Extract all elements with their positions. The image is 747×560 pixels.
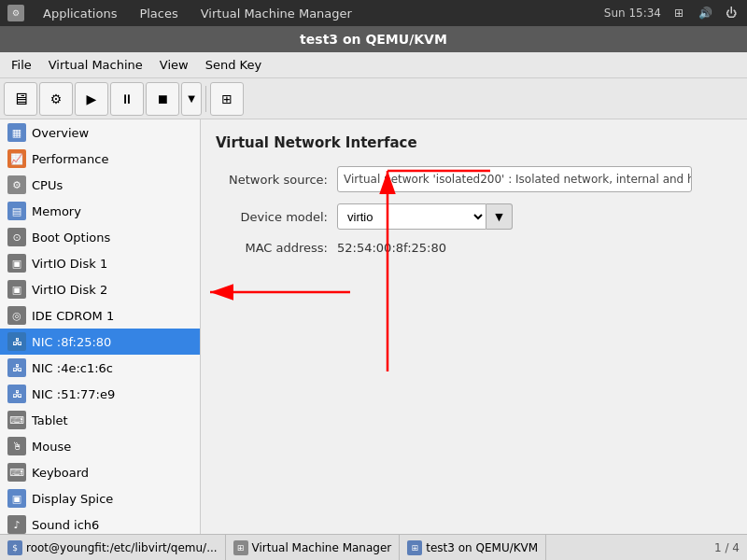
places-menu[interactable]: Places	[135, 5, 181, 22]
sidebar-label-nic4e: NIC :4e:c1:6c	[32, 361, 113, 375]
sidebar-label-tablet: Tablet	[32, 413, 68, 427]
memory-icon: ▤	[7, 202, 26, 220]
nic4e-icon: 🖧	[7, 358, 26, 377]
sidebar-label-boot: Boot Options	[32, 231, 110, 245]
device-model-select[interactable]: virtio	[337, 203, 486, 230]
status-bar: $ root@youngfit:/etc/libvirt/qemu/... ⊞ …	[0, 534, 747, 560]
mac-address-row: MAC address: 52:54:00:8f:25:80	[216, 241, 732, 255]
play-button[interactable]: ▶	[75, 82, 108, 116]
sidebar-item-ide-cdrom[interactable]: ◎ IDE CDROM 1	[0, 302, 200, 329]
sidebar-item-performance[interactable]: 📈 Performance	[0, 146, 200, 172]
sidebar-item-keyboard[interactable]: ⌨ Keyboard	[0, 459, 200, 485]
status-terminal[interactable]: $ root@youngfit:/etc/libvirt/qemu/...	[0, 535, 226, 560]
sidebar-label-keyboard: Keyboard	[32, 466, 89, 480]
sidebar-label-overview: Overview	[32, 126, 89, 140]
nic51-icon: 🖧	[7, 385, 26, 403]
device-model-label: Device model:	[216, 210, 337, 224]
device-model-input: virtio ▼	[337, 203, 732, 230]
volume-icon[interactable]: 🔊	[697, 5, 713, 21]
top-bar: ⚙ Applications Places Virtual Machine Ma…	[0, 0, 747, 26]
monitor-button[interactable]: 🖥	[4, 82, 37, 116]
device-model-row: Device model: virtio ▼	[216, 203, 732, 230]
sidebar-label-performance: Performance	[32, 152, 108, 166]
network-source-field: Virtual network 'isolated200' : Isolated…	[337, 166, 732, 192]
network-icon[interactable]: ⊞	[670, 5, 687, 21]
sidebar-item-virtio-disk-2[interactable]: ▣ VirtIO Disk 2	[0, 276, 200, 302]
nic8f-icon: 🖧	[7, 332, 26, 351]
cdrom-icon: ◎	[7, 306, 26, 325]
view-menu[interactable]: View	[152, 55, 196, 75]
status-vm[interactable]: ⊞ test3 on QEMU/KVM	[400, 535, 546, 560]
sidebar-item-nic-4e[interactable]: 🖧 NIC :4e:c1:6c	[0, 355, 200, 381]
boot-icon: ⊙	[7, 228, 26, 246]
vm-manager-menu[interactable]: Virtual Machine Manager	[197, 5, 356, 22]
sidebar-label-mouse: Mouse	[32, 440, 71, 454]
window-titlebar: test3 on QEMU/KVM	[0, 26, 747, 52]
send-key-menu[interactable]: Send Key	[198, 55, 269, 75]
mac-address-label: MAC address:	[216, 241, 337, 255]
settings-button[interactable]: ⚙	[39, 82, 73, 116]
keyboard-icon: ⌨	[7, 463, 26, 482]
cpu-icon: ⚙	[7, 175, 26, 194]
power-icon[interactable]: ⏻	[723, 5, 740, 21]
sidebar-label-display: Display Spice	[32, 492, 113, 506]
content-area: Virtual Network Interface Network source…	[201, 119, 747, 534]
sidebar-item-sound[interactable]: ♪ Sound ich6	[0, 511, 200, 534]
status-vmm[interactable]: ⊞ Virtual Machine Manager	[226, 535, 401, 560]
vmm-label: Virtual Machine Manager	[252, 541, 392, 554]
sidebar-label-nic51: NIC :51:77:e9	[32, 387, 115, 401]
sidebar-item-nic-51[interactable]: 🖧 NIC :51:77:e9	[0, 381, 200, 407]
main-area: ▦ Overview 📈 Performance ⚙ CPUs ▤ Memory…	[0, 119, 747, 534]
disk2-icon: ▣	[7, 280, 26, 299]
sidebar-item-tablet[interactable]: ⌨ Tablet	[0, 407, 200, 433]
tb-separator	[205, 86, 206, 112]
network-source-row: Network source: Virtual network 'isolate…	[216, 166, 732, 192]
dropdown-button[interactable]: ▼	[181, 82, 202, 116]
sidebar: ▦ Overview 📈 Performance ⚙ CPUs ▤ Memory…	[0, 119, 201, 534]
sidebar-item-nic-8f[interactable]: 🖧 NIC :8f:25:80	[0, 329, 200, 355]
device-model-dropdown[interactable]: ▼	[486, 203, 513, 230]
overview-icon: ▦	[7, 123, 26, 142]
window-title: test3 on QEMU/KVM	[300, 32, 447, 47]
sound-icon: ♪	[7, 515, 26, 534]
sidebar-item-cpus[interactable]: ⚙ CPUs	[0, 172, 200, 198]
sidebar-label-nic8f: NIC :8f:25:80	[32, 335, 111, 349]
disk1-icon: ▣	[7, 254, 26, 273]
sidebar-item-mouse[interactable]: 🖱 Mouse	[0, 433, 200, 459]
sidebar-item-display-spice[interactable]: ▣ Display Spice	[0, 485, 200, 511]
sidebar-label-cdrom: IDE CDROM 1	[32, 309, 114, 323]
sidebar-item-overview[interactable]: ▦ Overview	[0, 119, 200, 146]
pause-button[interactable]: ⏸	[110, 82, 144, 116]
display-icon: ▣	[7, 489, 26, 508]
applications-menu[interactable]: Applications	[39, 5, 120, 22]
clock: Sun 15:34	[604, 7, 661, 20]
mac-address-value: 52:54:00:8f:25:80	[337, 241, 446, 255]
sidebar-item-virtio-disk-1[interactable]: ▣ VirtIO Disk 1	[0, 250, 200, 276]
file-menu[interactable]: File	[4, 55, 39, 75]
sidebar-label-disk1: VirtIO Disk 1	[32, 257, 107, 271]
vm-label: test3 on QEMU/KVM	[426, 541, 538, 554]
mouse-icon: 🖱	[7, 437, 26, 455]
terminal-label: root@youngfit:/etc/libvirt/qemu/...	[26, 541, 218, 554]
virtual-machine-menu[interactable]: Virtual Machine	[41, 55, 150, 75]
vmm-icon: ⊞	[233, 540, 248, 555]
network-source-label: Network source:	[216, 173, 337, 187]
menu-bar: File Virtual Machine View Send Key	[0, 52, 747, 78]
app-icon: ⚙	[7, 5, 24, 21]
performance-icon: 📈	[7, 149, 26, 168]
page-info: 1 / 4	[707, 541, 747, 554]
sidebar-label-sound: Sound ich6	[32, 518, 99, 532]
stop-button[interactable]: ⏹	[146, 82, 179, 116]
sidebar-item-memory[interactable]: ▤ Memory	[0, 198, 200, 224]
sidebar-label-cpus: CPUs	[32, 178, 63, 192]
sidebar-item-boot-options[interactable]: ⊙ Boot Options	[0, 224, 200, 250]
tablet-icon: ⌨	[7, 411, 26, 429]
section-title: Virtual Network Interface	[216, 134, 732, 151]
terminal-icon: $	[7, 540, 22, 555]
screenshot-button[interactable]: ⊞	[210, 82, 244, 116]
main-window: test3 on QEMU/KVM File Virtual Machine V…	[0, 26, 747, 560]
tool-bar: 🖥 ⚙ ▶ ⏸ ⏹ ▼ ⊞	[0, 78, 747, 119]
network-source-value[interactable]: Virtual network 'isolated200' : Isolated…	[337, 166, 692, 192]
sidebar-label-memory: Memory	[32, 204, 81, 218]
vm-icon: ⊞	[407, 540, 422, 555]
